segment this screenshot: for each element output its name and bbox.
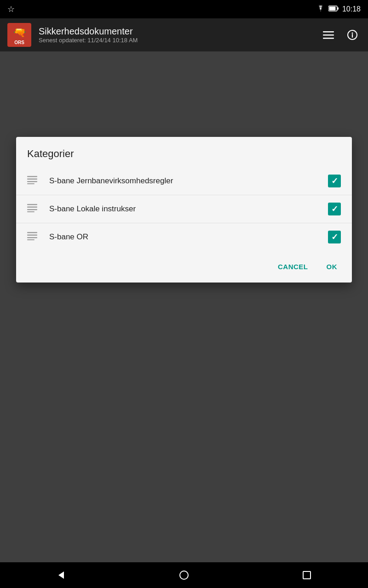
svg-rect-14 [27,206,37,208]
svg-rect-17 [27,232,37,233]
list-lines-icon-2 [27,204,40,215]
app-logo: 🔫 ORS [7,23,31,47]
back-button[interactable] [47,566,75,584]
status-bar-left: ☆ [7,4,15,14]
logo-text: ORS [14,40,24,45]
svg-point-22 [180,571,188,579]
status-bar: ☆ 10:18 [0,0,368,18]
svg-rect-11 [27,181,37,182]
item-3-label: S-bane OR [49,232,319,242]
logo-gun-icon: 🔫 [13,27,26,39]
svg-rect-4 [323,34,334,36]
nav-bar [0,562,368,588]
list-item[interactable]: S-bane Lokale instrukser ✓ [16,195,352,223]
check-icon-2: ✓ [331,204,338,214]
svg-rect-2 [329,7,335,11]
svg-marker-21 [58,571,64,579]
home-button[interactable] [170,566,198,584]
app-subtitle: Senest opdateret: 11/24/14 10:18 AM [39,37,313,44]
ok-button[interactable]: OK [319,258,345,275]
menu-button[interactable] [320,27,337,43]
svg-rect-20 [27,239,34,240]
check-icon-1: ✓ [331,176,338,186]
categories-dialog: Kategorier S-bane Jernbanevirksomhedsreg… [16,137,352,283]
item-2-checkbox[interactable]: ✓ [328,203,341,215]
recents-button[interactable] [293,566,321,584]
svg-rect-19 [27,237,37,238]
dialog-content: S-bane Jernbanevirksomhedsregler ✓ S-ban… [16,167,352,251]
svg-rect-16 [27,211,34,212]
check-icon-3: ✓ [331,232,338,242]
item-2-label: S-bane Lokale instrukser [49,204,319,214]
notification-icon: ☆ [7,4,15,14]
list-item[interactable]: S-bane OR ✓ [16,223,352,251]
svg-rect-13 [27,204,37,205]
info-button[interactable] [344,27,361,43]
svg-rect-1 [337,7,339,10]
app-bar: 🔫 ORS Sikkerhedsdokumenter Senest opdate… [0,18,368,51]
item-1-checkbox[interactable]: ✓ [328,175,341,187]
status-bar-right: 10:18 [316,5,361,13]
svg-rect-18 [27,234,37,236]
app-title: Sikkerhedsdokumenter [39,26,313,37]
list-item[interactable]: S-bane Jernbanevirksomhedsregler ✓ [16,167,352,195]
dialog-title: Kategorier [16,137,352,167]
dialog-actions: CANCEL OK [16,251,352,283]
svg-rect-9 [27,176,37,177]
app-bar-actions [320,27,361,43]
svg-rect-12 [27,183,34,184]
item-1-label: S-bane Jernbanevirksomhedsregler [49,176,319,186]
svg-rect-5 [323,38,334,39]
overlay [0,51,368,588]
svg-rect-23 [303,571,310,579]
svg-rect-15 [27,209,37,210]
app-bar-titles: Sikkerhedsdokumenter Senest opdateret: 1… [39,26,313,44]
battery-icon [328,5,339,13]
list-lines-icon-3 [27,232,40,243]
svg-rect-10 [27,178,37,180]
wifi-icon [316,5,325,13]
svg-rect-3 [323,31,334,33]
status-time: 10:18 [342,5,361,13]
list-lines-icon-1 [27,176,40,187]
cancel-button[interactable]: CANCEL [270,258,316,275]
item-3-checkbox[interactable]: ✓ [328,231,341,243]
